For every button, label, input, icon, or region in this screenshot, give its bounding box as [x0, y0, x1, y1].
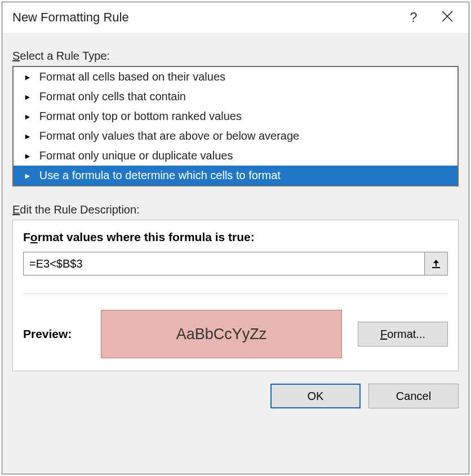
rule-item-label: Format only unique or duplicate values: [39, 149, 233, 162]
format-btn-underline: F: [380, 328, 387, 340]
collapse-icon: [430, 258, 442, 269]
formula-label-pre: F: [23, 230, 30, 243]
marker-icon: ►: [24, 172, 32, 180]
rule-item-cells-contain[interactable]: ► Format only cells that contain: [14, 87, 457, 106]
rule-item-all-cells[interactable]: ► Format all cells based on their values: [14, 67, 457, 87]
close-button[interactable]: [430, 10, 464, 25]
marker-icon: ►: [24, 113, 32, 121]
button-row: OK Cancel: [12, 384, 459, 408]
rule-type-label: Select a Rule Type:: [12, 50, 459, 63]
preview-row: Preview: AaBbCcYyZz Format...: [23, 310, 448, 358]
rule-item-label: Format only top or bottom ranked values: [39, 110, 242, 123]
help-button[interactable]: ?: [397, 10, 430, 25]
dialog-new-formatting-rule: New Formatting Rule ? Select a Rule Type…: [2, 2, 469, 474]
marker-icon: ►: [24, 93, 32, 101]
svg-rect-0: [432, 267, 440, 268]
collapse-dialog-button[interactable]: [424, 252, 448, 275]
rule-item-label: Use a formula to determine which cells t…: [39, 169, 281, 182]
formula-label-post: rmat values where this formula is true:: [38, 230, 255, 243]
rule-item-above-below[interactable]: ► Format only values that are above or b…: [14, 126, 457, 146]
preview-box: AaBbCcYyZz: [101, 310, 342, 358]
rule-desc-box: Format values where this formula is true…: [12, 220, 459, 371]
divider: [23, 293, 448, 294]
rule-item-top-bottom[interactable]: ► Format only top or bottom ranked value…: [14, 106, 457, 126]
dialog-title: New Formatting Rule: [12, 10, 397, 25]
ok-button[interactable]: OK: [270, 384, 361, 408]
formula-input[interactable]: [23, 252, 424, 275]
format-btn-post: ormat...: [387, 328, 425, 340]
marker-icon: ►: [24, 152, 32, 160]
rule-type-list[interactable]: ► Format all cells based on their values…: [12, 66, 459, 186]
formula-label-underline: o: [30, 230, 38, 243]
close-icon: [441, 10, 454, 23]
rule-item-unique-duplicate[interactable]: ► Format only unique or duplicate values: [14, 146, 457, 166]
formula-row: [23, 252, 448, 275]
marker-icon: ►: [24, 73, 32, 81]
dialog-body: Select a Rule Type: ► Format all cells b…: [2, 33, 469, 474]
format-button[interactable]: Format...: [358, 322, 448, 346]
rule-item-label: Format only cells that contain: [39, 90, 186, 103]
rule-item-label: Format all cells based on their values: [39, 70, 225, 83]
cancel-button[interactable]: Cancel: [368, 384, 459, 408]
preview-label: Preview:: [23, 327, 85, 341]
rule-item-formula[interactable]: ► Use a formula to determine which cells…: [14, 166, 457, 185]
rule-desc-label: Edit the Rule Description:: [12, 203, 459, 216]
titlebar: New Formatting Rule ?: [2, 2, 469, 33]
rule-item-label: Format only values that are above or bel…: [39, 130, 299, 143]
marker-icon: ►: [24, 132, 32, 140]
formula-label: Format values where this formula is true…: [23, 230, 448, 244]
